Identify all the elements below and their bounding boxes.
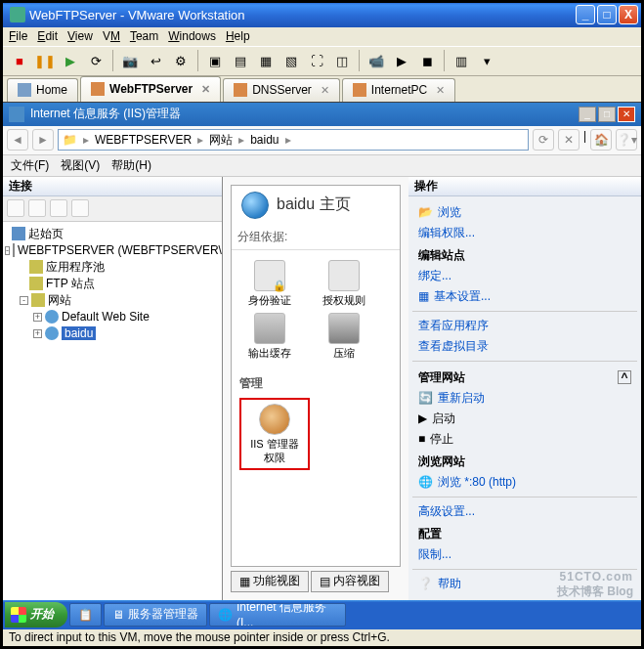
poweron-button[interactable]: ▶ — [60, 50, 81, 71]
minimize-button[interactable]: _ — [576, 5, 595, 24]
tree-server[interactable]: WEBFTPSERVER (WEBFTPSERVER\Administrator… — [18, 243, 222, 257]
action-explore[interactable]: 📂浏览 — [418, 202, 631, 223]
start-button[interactable]: 开始 — [5, 602, 67, 627]
tree-ftp[interactable]: FTP 站点 — [46, 276, 95, 292]
tb-more-button[interactable]: ▾ — [476, 50, 497, 71]
feature-authentication[interactable]: 身份验证 — [239, 260, 300, 307]
tab-features-view[interactable]: ▦功能视图 — [231, 571, 309, 592]
refresh-button[interactable]: ⟳ — [533, 129, 554, 151]
sidebar-button[interactable]: ▥ — [451, 50, 472, 71]
suspend-button[interactable]: ❚❚ — [34, 50, 56, 71]
action-view-vdirs[interactable]: 查看虚拟目录 — [418, 336, 631, 357]
tree-default[interactable]: Default Web Site — [62, 310, 150, 324]
action-help[interactable]: ❔帮助 — [418, 574, 631, 594]
crumb-sites[interactable]: 网站 — [209, 132, 233, 149]
action-basic-settings[interactable]: ▦基本设置... — [418, 286, 631, 307]
breadcrumb-box[interactable]: 📁 ▸ WEBFTPSERVER ▸ 网站 ▸ baidu ▸ — [58, 129, 529, 151]
tab-label: DNSServer — [252, 83, 312, 97]
iis-manager-window: Internet 信息服务 (IIS)管理器 _ □ ✕ ◄ ► 📁 ▸ WEB… — [3, 102, 641, 629]
tree-startpage[interactable]: 起始页 — [28, 226, 64, 242]
iis-minimize-button[interactable]: _ — [579, 107, 596, 122]
action-bindings[interactable]: 绑定... — [418, 266, 631, 286]
feature-compression[interactable]: 压缩 — [314, 313, 374, 360]
unity-button[interactable]: ◫ — [331, 50, 353, 71]
tab-content-view[interactable]: ▤内容视图 — [311, 571, 389, 592]
vm-icon — [91, 82, 105, 96]
iis-icon: 🌐 — [218, 608, 233, 622]
feature-iismgr-permissions[interactable]: IIS 管理器权限 — [239, 398, 310, 470]
poweroff-button[interactable]: ■ — [9, 50, 30, 71]
menu-file[interactable]: File — [9, 29, 27, 43]
show-console-button[interactable]: ▣ — [204, 50, 226, 71]
tab-label: WebFTPServer — [109, 82, 193, 96]
taskbar-item-iis[interactable]: 🌐Internet 信息服务 (I... — [209, 603, 346, 627]
feature-authorization[interactable]: 授权规则 — [314, 260, 374, 307]
action-browse-80[interactable]: 🌐浏览 *:80 (http) — [418, 472, 631, 493]
taskbar-item-servermanager[interactable]: 🖥服务器管理器 — [104, 603, 207, 627]
connections-tree[interactable]: 起始页 -WEBFTPSERVER (WEBFTPSERVER\Administ… — [3, 222, 222, 600]
action-advanced-settings[interactable]: 高级设置... — [418, 501, 631, 522]
tab-dnsserver[interactable]: DNSServer ✕ — [223, 78, 340, 102]
manage-button[interactable]: ⚙ — [170, 50, 192, 71]
menu-windows[interactable]: Windows — [168, 29, 216, 43]
tab-close-icon[interactable]: ✕ — [321, 84, 329, 97]
stop-button[interactable]: ✕ — [558, 129, 580, 151]
taskbar-item-quicklaunch[interactable]: 📋 — [69, 603, 102, 627]
nav-fwd-button[interactable]: ► — [32, 129, 54, 151]
menu-edit[interactable]: Edit — [37, 29, 58, 43]
tab-webftpserver[interactable]: WebFTPServer ✕ — [80, 76, 221, 102]
close-button[interactable]: X — [619, 5, 638, 24]
iis-maximize-button[interactable]: □ — [598, 107, 616, 122]
action-stop[interactable]: ■停止 — [418, 429, 631, 450]
tab-close-icon[interactable]: ✕ — [201, 83, 210, 96]
delete-button[interactable] — [50, 199, 67, 217]
crumb-baidu[interactable]: baidu — [250, 133, 279, 147]
nav-back-button[interactable]: ◄ — [7, 129, 28, 151]
crumb-server[interactable]: WEBFTPSERVER — [95, 133, 192, 147]
quickswitch-button[interactable]: ▧ — [280, 50, 302, 71]
collapse-icon[interactable]: - — [5, 246, 10, 255]
menu-vm[interactable]: VM — [103, 29, 120, 43]
revert-button[interactable]: ↩ — [145, 50, 166, 71]
reset-button[interactable]: ⟳ — [85, 50, 107, 71]
menu-view[interactable]: View — [67, 29, 93, 43]
tree-baidu[interactable]: baidu — [62, 326, 96, 340]
up-button[interactable] — [71, 199, 89, 217]
tab-home[interactable]: Home — [7, 78, 78, 102]
iis-menu-view[interactable]: 视图(V) — [61, 157, 100, 174]
collapse-icon[interactable]: - — [20, 296, 28, 305]
fullscreen-button[interactable]: ⛶ — [306, 50, 327, 71]
replay-button[interactable]: ▶ — [391, 50, 412, 71]
action-limits[interactable]: 限制... — [418, 544, 631, 565]
action-restart[interactable]: 🔄重新启动 — [418, 388, 631, 409]
tab-internetpc[interactable]: InternetPC ✕ — [342, 78, 455, 102]
connections-toolbar — [3, 196, 222, 222]
iis-menu-file[interactable]: 文件(F) — [11, 157, 49, 174]
menu-help[interactable]: Help — [226, 29, 250, 43]
summary-button[interactable]: ▤ — [230, 50, 251, 71]
collapse-icon[interactable]: ^ — [618, 370, 631, 384]
action-start[interactable]: ▶启动 — [418, 409, 631, 429]
nav-home-button[interactable]: 🏠 — [590, 129, 612, 151]
maximize-button[interactable]: □ — [597, 5, 617, 24]
feature-outputcache[interactable]: 输出缓存 — [239, 313, 300, 360]
save-button[interactable] — [28, 199, 46, 217]
nav-help-button[interactable]: ❔▾ — [616, 129, 637, 151]
action-view-apps[interactable]: 查看应用程序 — [418, 316, 631, 336]
expand-icon[interactable]: + — [33, 329, 42, 338]
tab-close-icon[interactable]: ✕ — [436, 84, 445, 97]
action-edit-permissions[interactable]: 编辑权限... — [418, 223, 631, 243]
groupby-label[interactable]: 分组依据: — [232, 225, 400, 250]
capture-button[interactable]: 📹 — [365, 50, 387, 71]
stoprec-button[interactable]: ◼ — [416, 50, 438, 71]
appliance-button[interactable]: ▦ — [255, 50, 277, 71]
snapshot-button[interactable]: 📷 — [119, 50, 141, 71]
iis-menu-help[interactable]: 帮助(H) — [111, 157, 151, 174]
expand-icon[interactable]: + — [33, 313, 42, 322]
connect-button[interactable] — [7, 199, 24, 217]
iis-close-button[interactable]: ✕ — [618, 107, 635, 122]
tree-apppool[interactable]: 应用程序池 — [46, 259, 105, 276]
tree-sites[interactable]: 网站 — [48, 292, 71, 309]
menu-team[interactable]: Team — [130, 29, 158, 43]
iis-titlebar: Internet 信息服务 (IIS)管理器 _ □ ✕ — [3, 103, 641, 126]
